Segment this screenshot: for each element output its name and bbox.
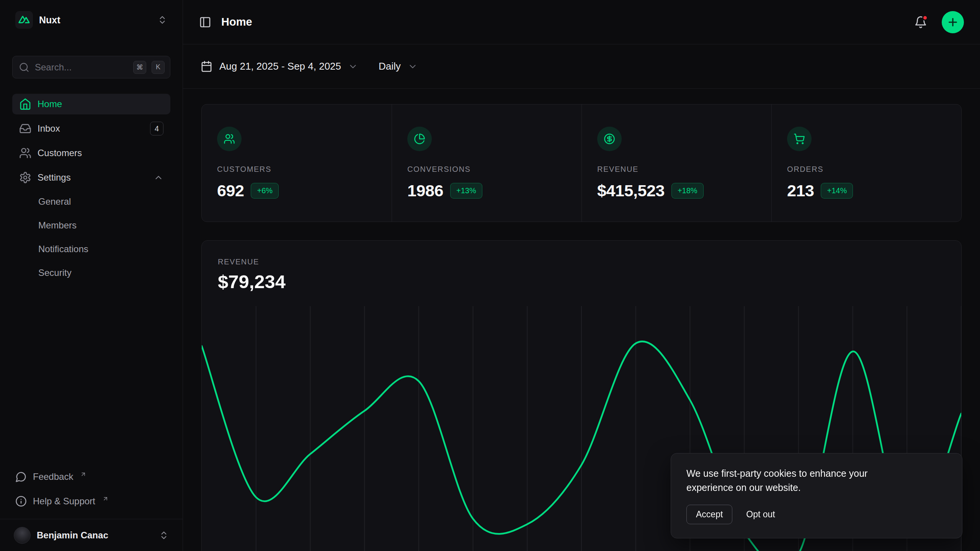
users-icon <box>19 147 31 159</box>
info-circle-icon <box>15 496 27 507</box>
pie-chart-icon <box>407 127 432 151</box>
chevron-down-icon <box>408 62 418 72</box>
revenue-card-label: REVENUE <box>218 258 945 266</box>
sidebar-item-label: Inbox <box>38 123 60 134</box>
stat-conversions: CONVERSIONS 1986 +13% <box>392 104 581 222</box>
settings-children: General Members Notifications Security <box>12 192 170 283</box>
external-link-icon <box>80 471 87 478</box>
sidebar-item-notifications[interactable]: Notifications <box>12 239 170 259</box>
feedback-label: Feedback <box>33 471 73 482</box>
filters-toolbar: Aug 21, 2025 - Sep 4, 2025 Daily <box>183 44 980 89</box>
user-name: Benjamin Canac <box>37 530 108 541</box>
sidebar-item-label: Home <box>38 99 62 109</box>
inbox-count-badge: 4 <box>150 122 163 135</box>
stat-label: REVENUE <box>597 165 756 174</box>
sidebar-item-settings[interactable]: Settings <box>12 167 170 188</box>
help-support-link[interactable]: Help & Support <box>12 491 170 512</box>
help-support-label: Help & Support <box>33 496 95 507</box>
stat-value: 213 <box>787 181 814 200</box>
add-button[interactable] <box>942 11 964 33</box>
kbd-k: K <box>152 61 165 74</box>
workspace-name: Nuxt <box>39 15 60 26</box>
cookie-accept-button[interactable]: Accept <box>686 505 732 524</box>
search-input[interactable] <box>35 62 128 73</box>
stat-value: 1986 <box>407 181 443 200</box>
chevron-up-icon <box>154 173 163 183</box>
message-circle-icon <box>15 471 27 483</box>
sidebar-item-label: Settings <box>38 172 71 183</box>
feedback-link[interactable]: Feedback <box>12 466 170 487</box>
period-label: Daily <box>379 60 401 72</box>
sidebar-spacer <box>12 283 170 466</box>
page-header: Home <box>183 0 980 44</box>
chevrons-up-down-icon <box>157 15 167 25</box>
user-menu[interactable]: Benjamin Canac <box>0 519 183 551</box>
calendar-icon <box>201 60 212 72</box>
avatar <box>14 527 31 544</box>
shopping-cart-icon <box>787 127 812 151</box>
sidebar-item-inbox[interactable]: Inbox 4 <box>12 118 170 139</box>
sidebar-item-customers[interactable]: Customers <box>12 143 170 163</box>
chevron-down-icon <box>348 62 358 72</box>
stat-label: CUSTOMERS <box>217 165 376 174</box>
search-field[interactable]: ⌘ K <box>12 56 170 78</box>
sidebar-item-members[interactable]: Members <box>12 215 170 235</box>
stats-panel: CUSTOMERS 692 +6% CONVERSIONS 1986 +13% <box>201 104 962 222</box>
external-link-icon <box>102 496 109 502</box>
stat-orders: ORDERS 213 +14% <box>771 104 961 222</box>
date-range-label: Aug 21, 2025 - Sep 4, 2025 <box>219 60 341 72</box>
dollar-circle-icon <box>597 127 622 151</box>
nuxt-logo-icon <box>15 11 33 29</box>
stat-delta-badge: +14% <box>821 183 853 199</box>
stat-label: ORDERS <box>787 165 946 174</box>
sidebar-item-security[interactable]: Security <box>12 263 170 283</box>
search-icon <box>19 62 29 73</box>
kbd-command: ⌘ <box>133 61 146 74</box>
period-select[interactable]: Daily <box>379 60 418 72</box>
chevrons-up-down-icon <box>159 530 169 540</box>
workspace-selector[interactable]: Nuxt <box>12 9 170 31</box>
stat-value: 692 <box>217 181 244 200</box>
page-title: Home <box>221 16 252 28</box>
stat-delta-badge: +6% <box>251 183 279 199</box>
sidebar: Nuxt ⌘ K Home Inbox 4 <box>0 0 183 551</box>
sidebar-footer: Feedback Help & Support <box>12 466 170 519</box>
stat-value: $415,523 <box>597 181 665 200</box>
home-icon <box>19 98 31 110</box>
panel-left-icon <box>199 16 211 28</box>
notification-dot <box>922 15 928 21</box>
sidebar-item-home[interactable]: Home <box>12 94 170 114</box>
inbox-icon <box>19 122 31 135</box>
revenue-total: $79,234 <box>218 271 945 292</box>
sidebar-item-label: Customers <box>38 148 82 158</box>
stat-revenue: REVENUE $415,523 +18% <box>581 104 771 222</box>
cookie-opt-out-button[interactable]: Opt out <box>746 505 775 524</box>
stat-customers: CUSTOMERS 692 +6% <box>202 104 392 222</box>
sidebar-toggle-button[interactable] <box>199 16 211 28</box>
plus-icon <box>947 16 959 28</box>
cookie-message: We use first-party cookies to enhance yo… <box>686 466 901 495</box>
cookie-banner: We use first-party cookies to enhance yo… <box>671 453 962 538</box>
stat-label: CONVERSIONS <box>407 165 566 174</box>
gear-icon <box>19 171 31 184</box>
users-icon <box>217 127 242 151</box>
date-range-picker[interactable]: Aug 21, 2025 - Sep 4, 2025 <box>201 60 358 72</box>
stat-delta-badge: +13% <box>450 183 482 199</box>
sidebar-item-general[interactable]: General <box>12 192 170 212</box>
notifications-button[interactable] <box>914 16 927 29</box>
stat-delta-badge: +18% <box>671 183 704 199</box>
sidebar-nav: Home Inbox 4 Customers Settings Ge <box>12 94 170 283</box>
